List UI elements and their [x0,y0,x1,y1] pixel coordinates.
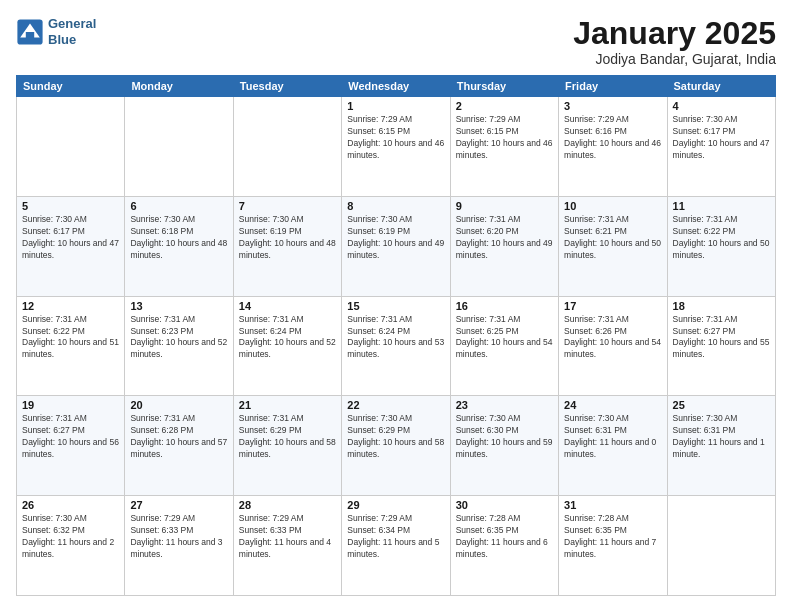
day-info: Sunrise: 7:30 AMSunset: 6:17 PMDaylight:… [673,114,770,160]
day-number: 21 [239,399,336,411]
day-info: Sunrise: 7:31 AMSunset: 6:22 PMDaylight:… [22,314,119,360]
weekday-header-tuesday: Tuesday [233,76,341,97]
day-info: Sunrise: 7:31 AMSunset: 6:28 PMDaylight:… [130,413,227,459]
day-number: 4 [673,100,770,112]
day-number: 18 [673,300,770,312]
day-number: 25 [673,399,770,411]
day-number: 10 [564,200,661,212]
header: General Blue January 2025 Jodiya Bandar,… [16,16,776,67]
day-cell: 14 Sunrise: 7:31 AMSunset: 6:24 PMDaylig… [233,296,341,396]
week-row-3: 12 Sunrise: 7:31 AMSunset: 6:22 PMDaylig… [17,296,776,396]
day-cell [125,97,233,197]
day-number: 31 [564,499,661,511]
weekday-header-saturday: Saturday [667,76,775,97]
logo: General Blue [16,16,96,47]
day-number: 22 [347,399,444,411]
day-cell: 18 Sunrise: 7:31 AMSunset: 6:27 PMDaylig… [667,296,775,396]
day-info: Sunrise: 7:29 AMSunset: 6:15 PMDaylight:… [456,114,553,160]
day-number: 23 [456,399,553,411]
day-cell: 2 Sunrise: 7:29 AMSunset: 6:15 PMDayligh… [450,97,558,197]
weekday-header-friday: Friday [559,76,667,97]
day-cell: 12 Sunrise: 7:31 AMSunset: 6:22 PMDaylig… [17,296,125,396]
day-number: 27 [130,499,227,511]
day-cell: 15 Sunrise: 7:31 AMSunset: 6:24 PMDaylig… [342,296,450,396]
day-info: Sunrise: 7:31 AMSunset: 6:23 PMDaylight:… [130,314,227,360]
day-number: 26 [22,499,119,511]
week-row-1: 1 Sunrise: 7:29 AMSunset: 6:15 PMDayligh… [17,97,776,197]
day-info: Sunrise: 7:30 AMSunset: 6:32 PMDaylight:… [22,513,114,559]
day-info: Sunrise: 7:29 AMSunset: 6:33 PMDaylight:… [130,513,222,559]
day-info: Sunrise: 7:28 AMSunset: 6:35 PMDaylight:… [456,513,548,559]
day-info: Sunrise: 7:30 AMSunset: 6:31 PMDaylight:… [564,413,656,459]
day-number: 9 [456,200,553,212]
day-info: Sunrise: 7:31 AMSunset: 6:22 PMDaylight:… [673,214,770,260]
title-block: January 2025 Jodiya Bandar, Gujarat, Ind… [573,16,776,67]
day-info: Sunrise: 7:31 AMSunset: 6:26 PMDaylight:… [564,314,661,360]
day-info: Sunrise: 7:31 AMSunset: 6:27 PMDaylight:… [673,314,770,360]
day-cell: 10 Sunrise: 7:31 AMSunset: 6:21 PMDaylig… [559,196,667,296]
weekday-header-sunday: Sunday [17,76,125,97]
day-cell: 24 Sunrise: 7:30 AMSunset: 6:31 PMDaylig… [559,396,667,496]
day-number: 7 [239,200,336,212]
day-info: Sunrise: 7:29 AMSunset: 6:33 PMDaylight:… [239,513,331,559]
day-number: 5 [22,200,119,212]
day-number: 6 [130,200,227,212]
day-cell: 1 Sunrise: 7:29 AMSunset: 6:15 PMDayligh… [342,97,450,197]
day-info: Sunrise: 7:30 AMSunset: 6:30 PMDaylight:… [456,413,553,459]
day-number: 11 [673,200,770,212]
weekday-header-thursday: Thursday [450,76,558,97]
weekday-header-wednesday: Wednesday [342,76,450,97]
day-info: Sunrise: 7:31 AMSunset: 6:25 PMDaylight:… [456,314,553,360]
day-info: Sunrise: 7:31 AMSunset: 6:24 PMDaylight:… [239,314,336,360]
day-info: Sunrise: 7:31 AMSunset: 6:29 PMDaylight:… [239,413,336,459]
day-number: 20 [130,399,227,411]
day-info: Sunrise: 7:30 AMSunset: 6:18 PMDaylight:… [130,214,227,260]
day-number: 16 [456,300,553,312]
day-cell: 28 Sunrise: 7:29 AMSunset: 6:33 PMDaylig… [233,496,341,596]
logo-icon [16,18,44,46]
day-cell: 19 Sunrise: 7:31 AMSunset: 6:27 PMDaylig… [17,396,125,496]
calendar-table: SundayMondayTuesdayWednesdayThursdayFrid… [16,75,776,596]
day-cell: 21 Sunrise: 7:31 AMSunset: 6:29 PMDaylig… [233,396,341,496]
day-cell: 30 Sunrise: 7:28 AMSunset: 6:35 PMDaylig… [450,496,558,596]
day-info: Sunrise: 7:29 AMSunset: 6:16 PMDaylight:… [564,114,661,160]
day-cell [667,496,775,596]
day-info: Sunrise: 7:31 AMSunset: 6:21 PMDaylight:… [564,214,661,260]
day-cell: 22 Sunrise: 7:30 AMSunset: 6:29 PMDaylig… [342,396,450,496]
day-info: Sunrise: 7:30 AMSunset: 6:31 PMDaylight:… [673,413,765,459]
day-info: Sunrise: 7:30 AMSunset: 6:19 PMDaylight:… [239,214,336,260]
day-number: 14 [239,300,336,312]
day-cell: 23 Sunrise: 7:30 AMSunset: 6:30 PMDaylig… [450,396,558,496]
logo-line1: General [48,16,96,31]
day-cell: 8 Sunrise: 7:30 AMSunset: 6:19 PMDayligh… [342,196,450,296]
svg-rect-2 [26,32,34,39]
day-number: 30 [456,499,553,511]
day-number: 17 [564,300,661,312]
day-cell: 9 Sunrise: 7:31 AMSunset: 6:20 PMDayligh… [450,196,558,296]
week-row-2: 5 Sunrise: 7:30 AMSunset: 6:17 PMDayligh… [17,196,776,296]
day-info: Sunrise: 7:30 AMSunset: 6:29 PMDaylight:… [347,413,444,459]
day-cell: 4 Sunrise: 7:30 AMSunset: 6:17 PMDayligh… [667,97,775,197]
day-number: 13 [130,300,227,312]
day-cell: 7 Sunrise: 7:30 AMSunset: 6:19 PMDayligh… [233,196,341,296]
day-number: 1 [347,100,444,112]
day-number: 15 [347,300,444,312]
day-number: 3 [564,100,661,112]
day-info: Sunrise: 7:28 AMSunset: 6:35 PMDaylight:… [564,513,656,559]
day-info: Sunrise: 7:30 AMSunset: 6:17 PMDaylight:… [22,214,119,260]
page: General Blue January 2025 Jodiya Bandar,… [0,0,792,612]
calendar-subtitle: Jodiya Bandar, Gujarat, India [573,51,776,67]
day-info: Sunrise: 7:31 AMSunset: 6:27 PMDaylight:… [22,413,119,459]
day-cell [233,97,341,197]
logo-text: General Blue [48,16,96,47]
day-cell: 17 Sunrise: 7:31 AMSunset: 6:26 PMDaylig… [559,296,667,396]
day-cell: 3 Sunrise: 7:29 AMSunset: 6:16 PMDayligh… [559,97,667,197]
day-cell: 31 Sunrise: 7:28 AMSunset: 6:35 PMDaylig… [559,496,667,596]
day-info: Sunrise: 7:31 AMSunset: 6:24 PMDaylight:… [347,314,444,360]
calendar-title: January 2025 [573,16,776,51]
weekday-header-monday: Monday [125,76,233,97]
day-cell: 27 Sunrise: 7:29 AMSunset: 6:33 PMDaylig… [125,496,233,596]
day-cell: 20 Sunrise: 7:31 AMSunset: 6:28 PMDaylig… [125,396,233,496]
day-info: Sunrise: 7:31 AMSunset: 6:20 PMDaylight:… [456,214,553,260]
day-cell: 11 Sunrise: 7:31 AMSunset: 6:22 PMDaylig… [667,196,775,296]
